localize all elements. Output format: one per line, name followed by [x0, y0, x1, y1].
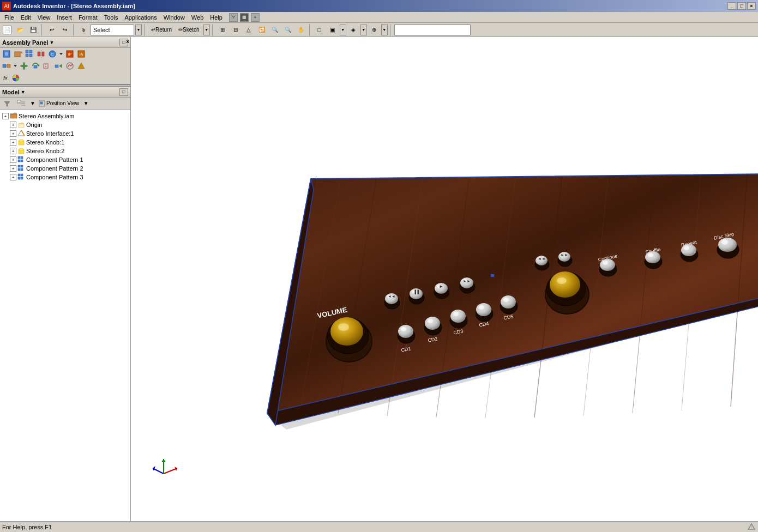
- menu-web[interactable]: Web: [188, 12, 207, 22]
- menu-applications[interactable]: Applications: [121, 12, 160, 22]
- position-view-dropdown[interactable]: ▼: [83, 99, 88, 108]
- select-dropdown[interactable]: Select: [91, 25, 134, 35]
- interface-expand[interactable]: +: [10, 130, 16, 137]
- grid-icon[interactable]: ▦: [240, 13, 249, 22]
- knob1-expand[interactable]: +: [10, 139, 16, 146]
- rotate-component-btn[interactable]: [30, 61, 41, 71]
- menu-help[interactable]: Help: [207, 12, 226, 22]
- root-expand[interactable]: +: [2, 113, 9, 119]
- network-dropdown-arrow[interactable]: ▼: [381, 25, 388, 35]
- save-button[interactable]: 💾: [27, 24, 39, 36]
- knob2-expand[interactable]: +: [10, 148, 16, 154]
- tree-item-pattern3[interactable]: + Component Pattern 3: [10, 173, 128, 182]
- analyze-btn[interactable]: [64, 61, 75, 71]
- origin-expand[interactable]: +: [10, 122, 16, 128]
- tool2-button[interactable]: ⊟: [230, 24, 242, 36]
- tree-item-origin[interactable]: + Origin: [10, 120, 128, 129]
- dropdown-btn[interactable]: [58, 49, 64, 59]
- pattern3-expand[interactable]: +: [10, 174, 16, 180]
- canvas-area[interactable]: VOLUME: [131, 37, 758, 521]
- expand-dropdown-arrow[interactable]: ▼: [29, 99, 35, 108]
- model-toolbar: + ▼ Position View ▼: [0, 98, 130, 110]
- tree-item-knob1[interactable]: + Stereo Knob:1: [10, 138, 128, 147]
- svg-marker-21: [14, 65, 17, 67]
- tree-root[interactable]: + Stereo Assembly.iam: [2, 112, 128, 120]
- assembly-panel-close[interactable]: ×: [126, 39, 129, 45]
- close-button[interactable]: ×: [747, 2, 756, 10]
- assembly-toolbar-row2: [0, 60, 130, 72]
- tool4-button[interactable]: 🔁: [256, 24, 268, 36]
- box2-button[interactable]: ▣: [327, 24, 339, 36]
- open-button[interactable]: 📂: [14, 24, 26, 36]
- svg-point-81: [330, 317, 363, 346]
- pattern2-expand[interactable]: +: [10, 165, 16, 172]
- svg-text:iA: iA: [80, 52, 83, 56]
- position-view-button[interactable]: Position View: [36, 99, 82, 108]
- box-dropdown-arrow[interactable]: ▼: [340, 25, 346, 35]
- menu-edit[interactable]: Edit: [17, 12, 34, 22]
- menu-tools[interactable]: Tools: [101, 12, 122, 22]
- tree-item-interface[interactable]: + Stereo Interface:1: [10, 129, 128, 138]
- tool3-button[interactable]: △: [243, 24, 255, 36]
- drive-constraint-btn[interactable]: [53, 61, 64, 71]
- weld-btn[interactable]: [76, 61, 87, 71]
- show-degrees-btn[interactable]: [41, 61, 52, 71]
- assembly-panel-dropdown-arrow[interactable]: ▼: [49, 40, 54, 45]
- model-panel-maximize[interactable]: □: [119, 88, 128, 96]
- search-input[interactable]: [394, 25, 471, 35]
- place-from-content-btn[interactable]: C: [47, 49, 58, 59]
- sketch-button[interactable]: ✏ Sketch: [176, 24, 202, 36]
- tree-item-knob2[interactable]: + Stereo Knob:2: [10, 147, 128, 155]
- dropdown2-btn[interactable]: [13, 61, 18, 71]
- menu-view[interactable]: View: [34, 12, 54, 22]
- new-button[interactable]: 📄: [1, 24, 13, 36]
- box1-button[interactable]: □: [314, 24, 326, 36]
- menu-window[interactable]: Window: [160, 12, 188, 22]
- network-button[interactable]: ⊕: [368, 24, 380, 36]
- place-ipart-btn[interactable]: iP: [64, 49, 75, 59]
- fx-btn[interactable]: fx: [1, 72, 10, 83]
- menu-insert[interactable]: Insert: [53, 12, 75, 22]
- redo-button[interactable]: ↪: [59, 24, 71, 36]
- place-iassembly-btn[interactable]: iA: [76, 49, 87, 59]
- tree-item-pattern2[interactable]: + Component Pattern 2: [10, 164, 128, 173]
- mirror-component-btn[interactable]: [35, 49, 46, 59]
- menu-file[interactable]: File: [1, 12, 17, 22]
- shade1-button[interactable]: ◈: [347, 24, 359, 36]
- plus-icon[interactable]: +: [251, 13, 260, 22]
- sketch-dropdown-arrow[interactable]: ▼: [203, 25, 210, 35]
- svg-rect-55: [18, 165, 20, 167]
- svg-point-127: [603, 261, 608, 265]
- svg-rect-118: [491, 274, 494, 277]
- separator-6: [390, 24, 392, 36]
- color-btn[interactable]: [10, 72, 21, 83]
- model-panel-title: Model: [2, 89, 20, 95]
- tree-indent-3: + Stereo Knob:2: [10, 147, 128, 155]
- create-component-btn[interactable]: [13, 49, 23, 59]
- origin-icon: [17, 121, 25, 129]
- tool1-button[interactable]: ⊞: [216, 24, 228, 36]
- move-component-btn[interactable]: [19, 61, 29, 71]
- pattern-component-btn[interactable]: [24, 49, 35, 59]
- zoom-out-button[interactable]: 🔍: [282, 24, 294, 36]
- shade-dropdown-arrow[interactable]: ▼: [360, 25, 367, 35]
- filter-button[interactable]: [1, 99, 13, 108]
- model-panel-dropdown-arrow[interactable]: ▼: [21, 89, 26, 95]
- restore-button[interactable]: □: [737, 2, 746, 10]
- minimize-button[interactable]: _: [727, 2, 736, 10]
- menu-format[interactable]: Format: [75, 12, 101, 22]
- knob2-label: Stereo Knob:2: [26, 148, 64, 154]
- zoom-in-button[interactable]: 🔍: [269, 24, 281, 36]
- help-icon[interactable]: ?: [229, 13, 238, 22]
- place-component-btn[interactable]: [1, 49, 12, 59]
- tree-item-pattern1[interactable]: + Component Pattern 1: [10, 155, 128, 164]
- return-button[interactable]: ↵ Return: [148, 24, 175, 36]
- tree-indent-5: + Component Pattern 2: [10, 164, 128, 173]
- expand-all-button[interactable]: +: [14, 99, 28, 108]
- undo-button[interactable]: ↩: [46, 24, 58, 36]
- pan-button[interactable]: ✋: [295, 24, 307, 36]
- pattern1-expand[interactable]: +: [10, 156, 16, 163]
- constrain-btn[interactable]: [1, 61, 12, 71]
- window-controls[interactable]: _ □ ×: [727, 2, 756, 10]
- select-dropdown-arrow[interactable]: ▼: [135, 25, 142, 35]
